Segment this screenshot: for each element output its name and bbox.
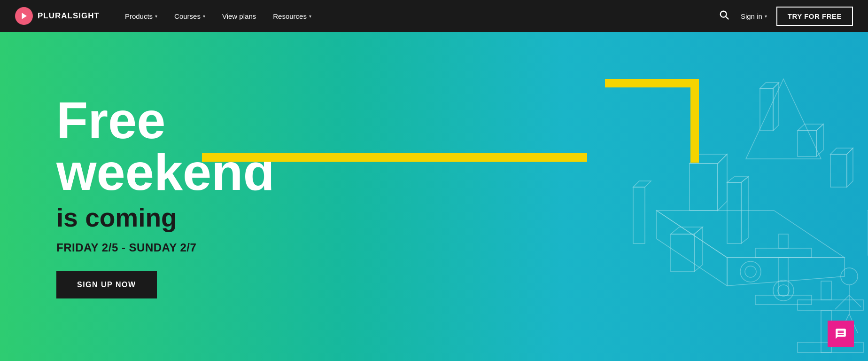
svg-rect-25 [755, 248, 812, 258]
chevron-down-icon: ▾ [155, 14, 157, 19]
svg-marker-0 [22, 13, 27, 19]
nav-products-label: Products [125, 12, 153, 20]
svg-rect-53 [798, 300, 863, 310]
hero-section: .iso-line { stroke: rgba(255,255,255,0.5… [0, 32, 868, 361]
nav-courses-label: Courses [174, 12, 201, 20]
logo-text: PLURALSIGHT [38, 11, 100, 21]
svg-rect-19 [830, 154, 847, 187]
svg-rect-13 [727, 182, 741, 243]
hero-date: FRIDAY 2/5 - SUNDAY 2/7 [56, 241, 272, 254]
svg-point-37 [773, 280, 794, 301]
chevron-down-icon: ▾ [203, 14, 205, 19]
svg-rect-27 [779, 258, 788, 295]
nav-view-plans-label: View plans [222, 12, 256, 20]
chat-icon [835, 328, 847, 340]
hero-content: Free weekend is coming FRIDAY 2/5 - SUND… [0, 66, 329, 327]
yellow-accent-corner-vertical [690, 79, 699, 163]
svg-marker-6 [773, 83, 779, 131]
hero-subtitle: is coming [56, 203, 272, 233]
hero-title: Free weekend [56, 94, 272, 198]
svg-rect-54 [821, 281, 831, 300]
chat-button[interactable] [828, 321, 854, 347]
nav-products[interactable]: Products ▾ [118, 8, 164, 24]
svg-rect-26 [779, 234, 788, 248]
nav-right: Sign in ▾ TRY FOR FREE [717, 7, 853, 26]
yellow-accent-line [202, 153, 587, 162]
play-icon [20, 12, 28, 20]
svg-line-31 [835, 295, 849, 309]
svg-point-38 [778, 285, 789, 296]
svg-rect-10 [690, 164, 718, 211]
chevron-down-icon: ▾ [765, 14, 767, 19]
nav-resources-label: Resources [273, 12, 307, 20]
signin-label: Sign in [741, 12, 762, 20]
svg-rect-22 [671, 234, 694, 272]
svg-line-32 [849, 295, 861, 307]
signup-button[interactable]: SIGN UP NOW [56, 271, 157, 298]
nav-links: Products ▾ Courses ▾ View plans Resource… [118, 8, 717, 24]
signin-button[interactable]: Sign in ▾ [741, 12, 767, 20]
yellow-accent-corner-horizontal [605, 79, 699, 87]
svg-marker-49 [633, 181, 651, 187]
logo[interactable]: PLURALSIGHT [15, 7, 100, 25]
svg-point-36 [745, 266, 756, 277]
svg-point-1 [721, 11, 727, 17]
svg-line-2 [726, 16, 728, 19]
chevron-down-icon: ▾ [309, 14, 311, 19]
try-free-button[interactable]: TRY FOR FREE [776, 7, 853, 26]
hero-title-line2: weekend [56, 143, 275, 201]
search-button[interactable] [717, 8, 731, 24]
nav-courses[interactable]: Courses ▾ [168, 8, 212, 24]
search-icon [719, 10, 729, 20]
svg-rect-48 [633, 187, 645, 243]
svg-marker-15 [741, 177, 748, 243]
nav-view-plans[interactable]: View plans [216, 8, 263, 24]
svg-marker-8 [657, 211, 727, 286]
nav-resources[interactable]: Resources ▾ [266, 8, 318, 24]
logo-icon [15, 7, 33, 25]
svg-point-35 [740, 261, 761, 282]
hero-title-line1: Free [56, 91, 165, 149]
svg-marker-21 [847, 148, 853, 187]
svg-marker-12 [718, 154, 727, 211]
svg-marker-3 [746, 79, 821, 159]
navbar: PLURALSIGHT Products ▾ Courses ▾ View pl… [0, 0, 868, 32]
